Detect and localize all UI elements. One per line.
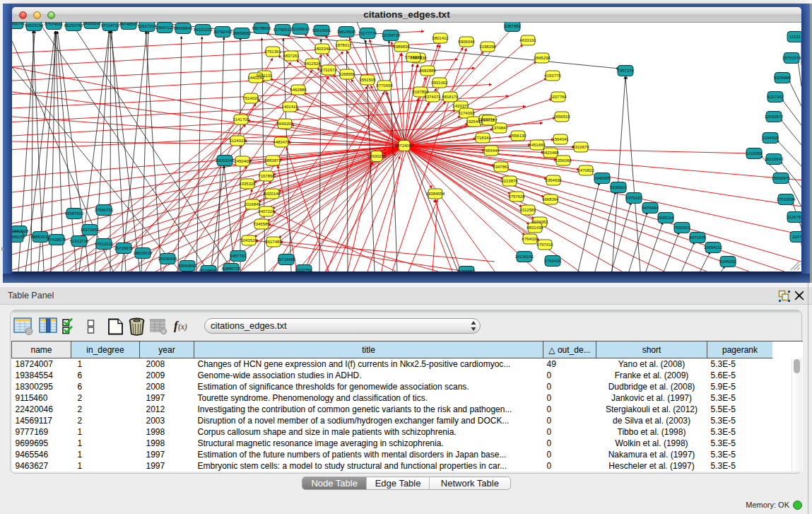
svg-text:1215958: 1215958 bbox=[746, 151, 763, 156]
svg-text:3801412: 3801412 bbox=[432, 36, 449, 40]
svg-text:15692971: 15692971 bbox=[772, 176, 791, 180]
svg-text:18955597: 18955597 bbox=[83, 22, 102, 25]
svg-text:7632621: 7632621 bbox=[673, 226, 690, 230]
svg-text:11121: 11121 bbox=[789, 35, 801, 39]
svg-text:3124023: 3124023 bbox=[229, 139, 246, 143]
svg-text:8831436: 8831436 bbox=[526, 226, 543, 230]
svg-text:6174093: 6174093 bbox=[458, 111, 475, 115]
svg-text:4837261: 4837261 bbox=[283, 54, 300, 58]
svg-text:8058887: 8058887 bbox=[458, 269, 475, 272]
svg-text:5074952: 5074952 bbox=[531, 220, 548, 224]
svg-text:3198296: 3198296 bbox=[479, 45, 496, 49]
svg-text:10654112: 10654112 bbox=[704, 245, 723, 250]
svg-text:30792440: 30792440 bbox=[213, 30, 233, 34]
svg-text:0222791: 0222791 bbox=[295, 268, 312, 272]
svg-text:3043520: 3043520 bbox=[240, 238, 257, 243]
svg-text:12154728: 12154728 bbox=[382, 33, 401, 37]
svg-text:6751361: 6751361 bbox=[264, 49, 281, 54]
svg-text:1640955: 1640955 bbox=[594, 176, 611, 180]
svg-text:6797016: 6797016 bbox=[536, 243, 553, 247]
svg-text:2213878: 2213878 bbox=[501, 179, 518, 183]
svg-text:6668364: 6668364 bbox=[542, 197, 559, 201]
svg-text:5617483: 5617483 bbox=[265, 240, 282, 244]
svg-text:5356068: 5356068 bbox=[555, 158, 572, 163]
svg-text:4633191: 4633191 bbox=[519, 38, 536, 42]
svg-text:0556130: 0556130 bbox=[510, 134, 526, 138]
svg-text:3268656: 3268656 bbox=[339, 72, 355, 76]
svg-text:7357274: 7357274 bbox=[617, 69, 634, 73]
svg-text:2935114: 2935114 bbox=[658, 216, 675, 220]
svg-text:2450400: 2450400 bbox=[234, 159, 251, 163]
svg-text:97114710: 97114710 bbox=[101, 23, 120, 28]
svg-text:41485253: 41485253 bbox=[12, 235, 25, 239]
svg-text:18724007: 18724007 bbox=[395, 144, 414, 148]
svg-text:17010504: 17010504 bbox=[777, 197, 796, 201]
svg-text:6764020: 6764020 bbox=[522, 237, 539, 241]
svg-text:8682889: 8682889 bbox=[419, 69, 436, 73]
svg-text:03852808: 03852808 bbox=[12, 229, 29, 233]
svg-text:5989834: 5989834 bbox=[393, 45, 410, 49]
svg-text:1564041: 1564041 bbox=[552, 137, 569, 141]
svg-text:3757628: 3757628 bbox=[508, 194, 525, 199]
svg-text:5354930: 5354930 bbox=[545, 178, 562, 182]
svg-text:8471676: 8471676 bbox=[689, 235, 706, 240]
svg-text:92815901: 92815901 bbox=[312, 28, 331, 33]
svg-text:1803340: 1803340 bbox=[314, 47, 331, 51]
svg-text:6379197: 6379197 bbox=[625, 196, 642, 200]
svg-text:0883873: 0883873 bbox=[264, 158, 281, 163]
svg-text:4335326: 4335326 bbox=[239, 182, 256, 186]
svg-text:0423468: 0423468 bbox=[542, 151, 559, 155]
svg-text:7514026: 7514026 bbox=[242, 96, 259, 100]
svg-text:37990751: 37990751 bbox=[95, 208, 114, 212]
svg-text:72159010: 72159010 bbox=[291, 27, 310, 31]
svg-text:51313735: 51313735 bbox=[70, 239, 89, 243]
svg-text:4483478: 4483478 bbox=[273, 140, 290, 144]
svg-text:68426846: 68426846 bbox=[174, 26, 193, 30]
svg-text:1244415: 1244415 bbox=[762, 136, 779, 140]
svg-text:82880729: 82880729 bbox=[222, 267, 241, 271]
svg-text:8649208: 8649208 bbox=[276, 122, 293, 126]
svg-text:2016849: 2016849 bbox=[244, 202, 261, 206]
svg-text:05798682: 05798682 bbox=[199, 269, 218, 272]
svg-text:4451669: 4451669 bbox=[529, 143, 546, 147]
svg-text:3412524: 3412524 bbox=[304, 62, 321, 66]
svg-text:9474444: 9474444 bbox=[642, 206, 659, 210]
svg-text:9227342: 9227342 bbox=[767, 95, 784, 99]
svg-text:3141705: 3141705 bbox=[233, 117, 249, 122]
svg-text:2731672: 2731672 bbox=[320, 68, 337, 72]
svg-text:23667127: 23667127 bbox=[155, 25, 175, 30]
svg-text:6906044: 6906044 bbox=[458, 40, 475, 44]
svg-text:8374071: 8374071 bbox=[424, 95, 441, 99]
svg-text:37865797: 37865797 bbox=[12, 22, 25, 25]
svg-text:1374847: 1374847 bbox=[491, 126, 508, 130]
svg-text:2845298: 2845298 bbox=[534, 56, 551, 60]
svg-text:7045585: 7045585 bbox=[253, 222, 270, 226]
svg-text:14136141: 14136141 bbox=[515, 255, 534, 259]
svg-text:3551505: 3551505 bbox=[359, 78, 376, 82]
svg-text:49746507: 49746507 bbox=[119, 22, 139, 26]
svg-text:1401419: 1401419 bbox=[281, 105, 298, 109]
svg-text:5167800: 5167800 bbox=[412, 90, 429, 94]
svg-text:9245032: 9245032 bbox=[719, 259, 736, 264]
svg-text:87574911: 87574911 bbox=[45, 22, 64, 26]
svg-text:3312581: 3312581 bbox=[519, 208, 536, 212]
svg-text:15716485: 15716485 bbox=[277, 257, 296, 262]
svg-text:12475: 12475 bbox=[792, 235, 801, 239]
svg-text:20053346: 20053346 bbox=[216, 158, 235, 163]
svg-text:16372651: 16372651 bbox=[81, 228, 100, 232]
svg-text:9329966: 9329966 bbox=[774, 76, 791, 80]
svg-text:16210643: 16210643 bbox=[765, 157, 784, 161]
svg-text:39624595: 39624595 bbox=[337, 30, 356, 34]
svg-text:7654444: 7654444 bbox=[483, 148, 500, 153]
svg-text:2087682: 2087682 bbox=[504, 24, 521, 28]
svg-text:67612220: 67612220 bbox=[95, 242, 114, 246]
svg-text:12093872: 12093872 bbox=[765, 115, 784, 119]
svg-text:86252760: 86252760 bbox=[64, 23, 83, 28]
svg-text:26859952: 26859952 bbox=[233, 31, 252, 35]
svg-text:9457791: 9457791 bbox=[230, 254, 247, 258]
svg-text:7167868: 7167868 bbox=[258, 174, 275, 178]
svg-text:71177774: 71177774 bbox=[358, 31, 377, 35]
svg-text:28820018: 28820018 bbox=[134, 251, 153, 255]
svg-text:26330434: 26330434 bbox=[158, 257, 177, 261]
svg-text:19384554: 19384554 bbox=[426, 192, 445, 196]
